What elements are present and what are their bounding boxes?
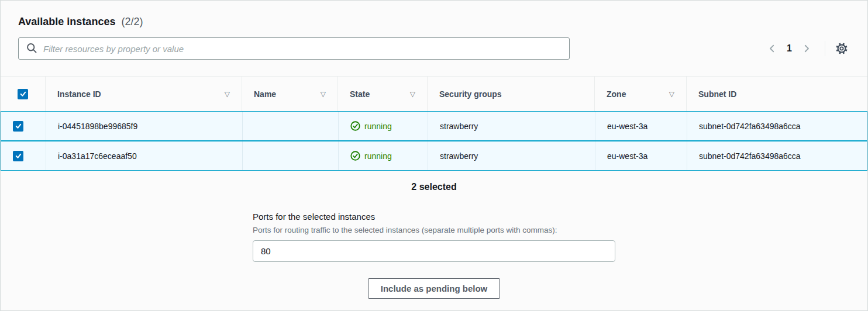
ports-help-text: Ports for routing traffic to the selecte… — [253, 224, 615, 236]
gear-icon — [835, 42, 848, 55]
panel-title: Available instances (2/2) — [18, 14, 850, 30]
instance-id-cell: i-0a31a17c6eceaaf50 — [46, 141, 243, 170]
filter-box — [18, 37, 570, 60]
ports-section: Ports for the selected instances Ports f… — [253, 210, 615, 262]
column-label: State — [350, 89, 370, 99]
panel-title-count: (2/2) — [121, 16, 143, 27]
include-button-container: Include as pending below — [1, 278, 867, 299]
panel-top-area: Available instances (2/2) 1 — [1, 1, 867, 60]
running-status-icon — [350, 121, 360, 131]
subnet-id-cell: subnet-0d742fa63498a6cca — [687, 141, 867, 170]
filter-dropdown-icon[interactable]: ▽ — [225, 91, 230, 98]
filter-input[interactable] — [18, 37, 570, 60]
toolbar-divider — [825, 41, 825, 56]
column-label: Security groups — [439, 89, 502, 99]
chevron-right-icon — [801, 43, 812, 54]
current-page-number: 1 — [787, 43, 792, 54]
ports-label: Ports for the selected instances — [253, 210, 615, 223]
check-icon — [19, 90, 27, 98]
column-header-name: Name ▽ — [242, 77, 338, 111]
table-row-instance-2[interactable]: i-0a31a17c6eceaaf50 running strawberry e… — [1, 141, 867, 171]
filter-dropdown-icon[interactable]: ▽ — [410, 91, 415, 98]
check-icon — [15, 122, 22, 130]
name-cell — [243, 112, 339, 140]
security-groups-cell: strawberry — [428, 112, 595, 140]
security-groups-cell: strawberry — [428, 141, 595, 170]
include-as-pending-button[interactable]: Include as pending below — [368, 278, 501, 299]
previous-page-button[interactable] — [764, 41, 780, 56]
select-all-cell — [1, 77, 46, 111]
table-header-row: Instance ID ▽ Name ▽ State ▽ Security gr… — [1, 76, 867, 111]
selection-summary: 2 selected — [1, 182, 867, 192]
pagination: 1 — [764, 40, 850, 57]
chevron-left-icon — [767, 43, 777, 54]
select-all-checkbox[interactable] — [18, 89, 28, 99]
subnet-id-cell: subnet-0d742fa63498a6cca — [687, 112, 867, 140]
column-header-security-groups: Security groups — [428, 77, 595, 111]
column-header-subnet-id: Subnet ID — [687, 77, 867, 111]
row-select-cell — [1, 112, 46, 140]
column-label: Subnet ID — [698, 89, 736, 99]
running-status-icon — [350, 151, 360, 161]
ports-input[interactable] — [253, 240, 615, 262]
instance-id-cell: i-04451898be99685f9 — [46, 112, 243, 140]
row-checkbox[interactable] — [13, 151, 23, 161]
name-cell — [243, 141, 339, 170]
table-row-instance-1[interactable]: i-04451898be99685f9 running strawberry e… — [1, 111, 867, 141]
row-select-cell — [1, 141, 46, 170]
table-settings-button[interactable] — [833, 40, 850, 57]
column-label: Zone — [607, 89, 626, 99]
row-checkbox[interactable] — [13, 121, 23, 132]
panel-title-text: Available instances — [18, 16, 115, 27]
column-header-zone: Zone ▽ — [595, 77, 687, 111]
search-icon — [26, 42, 38, 54]
column-label: Instance ID — [57, 89, 101, 99]
next-page-button[interactable] — [799, 41, 814, 56]
table-toolbar: 1 — [18, 37, 850, 60]
state-label: running — [364, 151, 392, 161]
check-icon — [15, 152, 22, 160]
column-header-state: State ▽ — [338, 77, 428, 111]
filter-dropdown-icon[interactable]: ▽ — [321, 91, 326, 98]
state-cell: running — [339, 141, 428, 170]
available-instances-panel: Available instances (2/2) 1 — [0, 0, 868, 311]
state-cell: running — [339, 112, 428, 140]
column-header-instance-id: Instance ID ▽ — [46, 77, 242, 111]
filter-dropdown-icon[interactable]: ▽ — [669, 91, 674, 98]
zone-cell: eu-west-3a — [595, 141, 687, 170]
state-label: running — [364, 122, 392, 131]
column-label: Name — [254, 89, 276, 99]
zone-cell: eu-west-3a — [595, 112, 687, 140]
